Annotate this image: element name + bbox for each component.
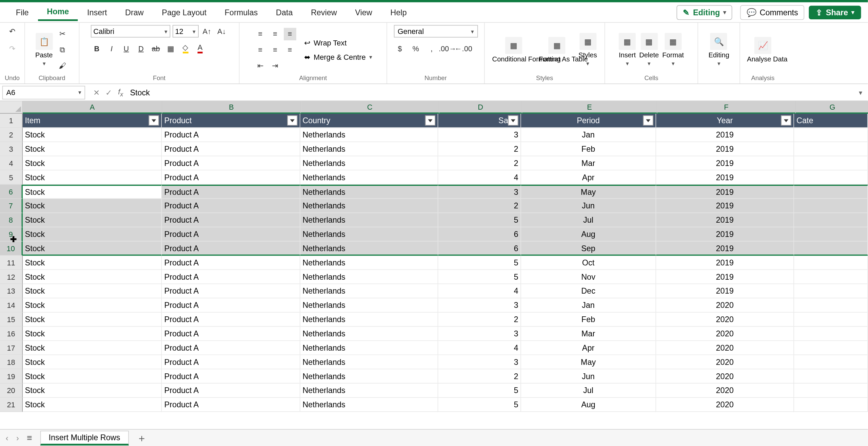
row-header[interactable]: 2 bbox=[0, 128, 23, 142]
align-right-button[interactable]: ≡ bbox=[283, 43, 296, 56]
cell[interactable]: Product A bbox=[162, 170, 300, 185]
cell[interactable]: Netherlands bbox=[300, 327, 438, 341]
filter-button[interactable] bbox=[149, 115, 159, 126]
editing-dropdown[interactable]: 🔍 Editing▾ bbox=[708, 33, 729, 67]
cell[interactable] bbox=[794, 384, 868, 398]
row-header[interactable]: 19 bbox=[0, 369, 23, 384]
merge-center-button[interactable]: ⬌Merge & Centre▾ bbox=[304, 53, 372, 61]
cell[interactable]: Jan bbox=[521, 298, 656, 313]
row-header[interactable]: 20 bbox=[0, 384, 23, 398]
cell[interactable] bbox=[794, 313, 868, 327]
cell[interactable]: May bbox=[521, 185, 656, 199]
cell[interactable]: Stock bbox=[23, 327, 162, 341]
cell[interactable]: Stock bbox=[23, 227, 162, 242]
cell[interactable]: Stock bbox=[23, 341, 162, 355]
cell[interactable]: Netherlands bbox=[300, 384, 438, 398]
expand-formula-bar-button[interactable]: ▾ bbox=[853, 88, 868, 96]
cell[interactable]: Netherlands bbox=[300, 241, 438, 256]
cell[interactable]: Stock bbox=[23, 142, 162, 156]
cell[interactable]: Netherlands bbox=[300, 298, 438, 313]
cell[interactable]: 2020 bbox=[656, 369, 794, 384]
table-header-cell[interactable]: Product bbox=[162, 114, 300, 128]
cell[interactable]: Apr bbox=[521, 341, 656, 355]
delete-cells-button[interactable]: ▦ Delete▾ bbox=[639, 33, 659, 67]
comma-button[interactable]: , bbox=[426, 42, 438, 55]
sheet-nav-prev[interactable]: ‹ bbox=[6, 433, 8, 442]
row-header[interactable]: 15 bbox=[0, 313, 23, 327]
cell[interactable]: Stock bbox=[23, 313, 162, 327]
tab-draw[interactable]: Draw bbox=[116, 4, 153, 20]
row-header[interactable]: 12 bbox=[0, 270, 23, 284]
format-cells-button[interactable]: ▦ Format▾ bbox=[662, 33, 684, 67]
cell[interactable] bbox=[794, 227, 868, 242]
cell[interactable]: 2019 bbox=[656, 156, 794, 170]
filter-button[interactable] bbox=[781, 115, 791, 126]
cell[interactable]: Product A bbox=[162, 398, 300, 412]
select-all-corner[interactable] bbox=[0, 101, 23, 114]
cell[interactable]: Stock bbox=[23, 355, 162, 369]
cell[interactable]: 2 bbox=[438, 156, 521, 170]
cell[interactable]: Netherlands bbox=[300, 227, 438, 242]
cell[interactable]: 2019 bbox=[656, 142, 794, 156]
tab-page-layout[interactable]: Page Layout bbox=[153, 4, 216, 20]
cell[interactable]: 3 bbox=[438, 298, 521, 313]
cell[interactable]: 4 bbox=[438, 170, 521, 185]
cell[interactable]: 2020 bbox=[656, 327, 794, 341]
cell[interactable]: Stock bbox=[23, 398, 162, 412]
column-header-B[interactable]: B bbox=[162, 101, 301, 114]
cell[interactable]: 2 bbox=[438, 313, 521, 327]
tab-file[interactable]: File bbox=[7, 4, 38, 20]
cell[interactable]: 2 bbox=[438, 142, 521, 156]
font-size-select[interactable]: 12▾ bbox=[172, 25, 198, 38]
cell[interactable]: Product A bbox=[162, 313, 300, 327]
align-bottom-button[interactable]: ≡ bbox=[283, 27, 296, 40]
cell[interactable] bbox=[794, 355, 868, 369]
borders-button[interactable]: ▦ bbox=[164, 42, 177, 55]
cell[interactable]: Netherlands bbox=[300, 313, 438, 327]
cell[interactable]: Netherlands bbox=[300, 398, 438, 412]
cell[interactable]: Product A bbox=[162, 213, 300, 227]
cell[interactable]: Jul bbox=[521, 384, 656, 398]
filter-button[interactable] bbox=[508, 115, 518, 126]
cell[interactable]: Netherlands bbox=[300, 284, 438, 298]
cell[interactable]: Apr bbox=[521, 170, 656, 185]
row-header[interactable]: 11 bbox=[0, 256, 23, 270]
cell[interactable]: 2019 bbox=[656, 256, 794, 270]
align-left-button[interactable]: ≡ bbox=[254, 43, 267, 56]
row-header[interactable]: 7 bbox=[0, 199, 23, 213]
comments-button[interactable]: 💬 Comments bbox=[741, 5, 805, 20]
cell[interactable]: 5 bbox=[438, 213, 521, 227]
cell[interactable]: Product A bbox=[162, 284, 300, 298]
cell[interactable] bbox=[794, 156, 868, 170]
cell[interactable]: Feb bbox=[521, 313, 656, 327]
cell[interactable]: 2020 bbox=[656, 398, 794, 412]
cell[interactable]: Netherlands bbox=[300, 199, 438, 213]
copy-button[interactable]: ⧉ bbox=[56, 43, 68, 56]
cell[interactable]: Jun bbox=[521, 369, 656, 384]
tab-help[interactable]: Help bbox=[381, 4, 416, 20]
cell[interactable]: 2020 bbox=[656, 313, 794, 327]
add-sheet-button[interactable]: ＋ bbox=[137, 431, 147, 445]
all-sheets-button[interactable]: ≡ bbox=[27, 433, 32, 443]
analyse-data-button[interactable]: 📈 Analyse Data bbox=[747, 37, 779, 63]
cell[interactable]: Aug bbox=[521, 398, 656, 412]
table-header-cell[interactable]: Cate bbox=[794, 114, 868, 128]
align-top-button[interactable]: ≡ bbox=[254, 27, 267, 40]
cell[interactable]: Product A bbox=[162, 241, 300, 256]
cell[interactable] bbox=[794, 369, 868, 384]
row-header[interactable]: 10 bbox=[0, 241, 23, 256]
cell[interactable]: Netherlands bbox=[300, 128, 438, 142]
cell[interactable]: Product A bbox=[162, 128, 300, 142]
cell[interactable]: Jun bbox=[521, 199, 656, 213]
name-box[interactable]: A6▾ bbox=[2, 86, 85, 99]
insert-cells-button[interactable]: ▦ Insert▾ bbox=[619, 33, 636, 67]
cell[interactable]: 5 bbox=[438, 384, 521, 398]
cell[interactable]: Netherlands bbox=[300, 341, 438, 355]
cell[interactable] bbox=[794, 284, 868, 298]
table-header-cell[interactable]: Item bbox=[23, 114, 162, 128]
cell[interactable]: Stock bbox=[23, 298, 162, 313]
font-name-select[interactable]: Calibri▾ bbox=[91, 25, 170, 38]
cell[interactable]: 2019 bbox=[656, 199, 794, 213]
row-header[interactable]: 1 bbox=[0, 114, 23, 128]
align-middle-button[interactable]: ≡ bbox=[269, 27, 281, 40]
